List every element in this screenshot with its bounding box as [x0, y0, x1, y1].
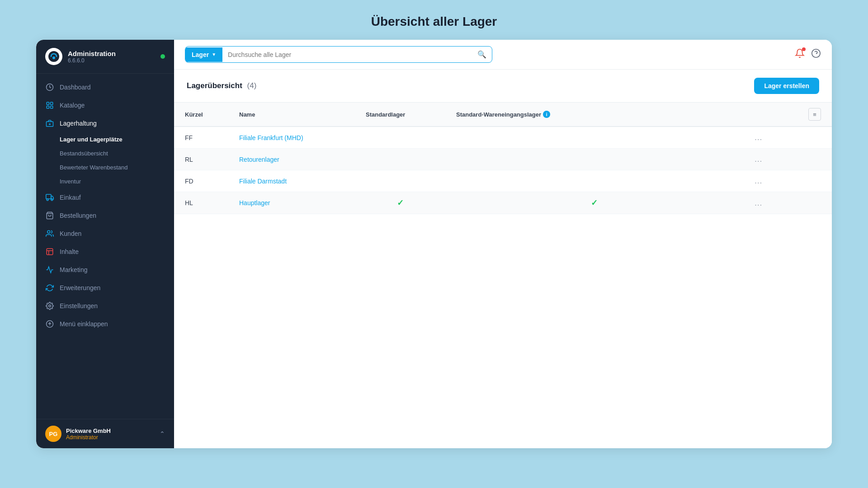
- cell-wareneingangslager: ✓: [445, 192, 743, 214]
- sidebar-footer: PG Pickware GmbH Administrator ⌃: [36, 419, 174, 448]
- column-filter-icon[interactable]: ≡: [808, 108, 821, 121]
- svg-rect-15: [47, 249, 53, 255]
- user-info: Pickware GmbH Administrator: [66, 427, 155, 441]
- help-button[interactable]: [811, 48, 821, 61]
- col-header-wareneingangslager: Standard-Wareneingangslager i: [445, 103, 743, 127]
- svg-point-11: [47, 199, 48, 201]
- sidebar-sub-warenbestand[interactable]: Bewerteter Warenbestand: [36, 160, 174, 174]
- sidebar-item-label: Einstellungen: [60, 302, 98, 310]
- svg-point-18: [49, 305, 51, 307]
- filter-button[interactable]: Lager ▼: [185, 47, 222, 62]
- table-row: FD Filiale Darmstadt …: [174, 170, 832, 192]
- table-body: FF Filiale Frankfurt (MHD) … RL Retouren…: [174, 127, 832, 214]
- sidebar-item-dashboard[interactable]: Dashboard: [36, 78, 174, 96]
- cell-actions: …: [743, 149, 832, 170]
- search-icon: 🔍: [477, 51, 486, 58]
- sidebar-item-marketing[interactable]: Marketing: [36, 261, 174, 279]
- clock-icon: [45, 83, 54, 92]
- bag-icon: [45, 211, 54, 220]
- sidebar-item-label: Erweiterungen: [60, 284, 100, 291]
- svg-rect-5: [47, 106, 49, 108]
- sidebar-sub-lager[interactable]: Lager und Lagerplätze: [36, 132, 174, 146]
- cell-wareneingangslager: [445, 127, 743, 149]
- table-header: Kürzel Name Standardlager Standard-Waren…: [174, 103, 832, 127]
- svg-rect-3: [47, 102, 49, 104]
- cell-wareneingangslager: [445, 170, 743, 192]
- filter-label: Lager: [192, 51, 209, 58]
- sidebar-header: Administration 6.6.6.0: [36, 40, 174, 74]
- sidebar-item-bestellungen[interactable]: Bestellungen: [36, 206, 174, 225]
- info-icon: i: [543, 111, 550, 118]
- user-name: Pickware GmbH: [66, 427, 155, 434]
- sidebar-item-label: Dashboard: [60, 84, 91, 91]
- user-collapse-btn[interactable]: ⌃: [160, 430, 165, 437]
- cell-standardlager: [355, 170, 445, 192]
- col-header-actions: ≡: [743, 103, 832, 127]
- page-title: Übersicht aller Lager: [371, 14, 497, 29]
- cell-name[interactable]: Filiale Frankfurt (MHD): [228, 127, 355, 149]
- settings-icon: [45, 301, 54, 310]
- sidebar-item-label: Kunden: [60, 230, 81, 237]
- check-icon: ✓: [397, 198, 404, 207]
- cell-actions: …: [743, 127, 832, 149]
- cell-name[interactable]: Filiale Darmstadt: [228, 170, 355, 192]
- sidebar-item-label: Einkauf: [60, 194, 81, 201]
- sidebar-item-kunden[interactable]: Kunden: [36, 225, 174, 243]
- svg-rect-4: [51, 102, 53, 104]
- table-header-row: Lagerübersicht (4) Lager erstellen: [174, 70, 832, 103]
- section-title: Lagerübersicht (4): [187, 81, 256, 90]
- extensions-icon: [45, 283, 54, 292]
- svg-point-14: [47, 230, 50, 233]
- svg-point-1: [52, 56, 55, 59]
- notification-badge: [802, 47, 806, 51]
- warehouse-icon: [45, 119, 54, 128]
- cell-standardlager: [355, 127, 445, 149]
- users-icon: [45, 229, 54, 238]
- cell-name[interactable]: Retourenlager: [228, 149, 355, 170]
- cell-kuerzel: FD: [174, 170, 228, 192]
- sidebar-sub-bestand[interactable]: Bestandsübersicht: [36, 146, 174, 160]
- truck-icon: [45, 193, 54, 202]
- table-area: Lagerübersicht (4) Lager erstellen Kürze…: [174, 70, 832, 448]
- data-table: Kürzel Name Standardlager Standard-Waren…: [174, 103, 832, 214]
- grid-icon: [45, 101, 54, 110]
- row-more-button[interactable]: …: [754, 198, 763, 208]
- sidebar-item-label: Inhalte: [60, 248, 79, 255]
- cell-name[interactable]: Hauptlager: [228, 192, 355, 214]
- sidebar-item-einstellungen[interactable]: Einstellungen: [36, 297, 174, 315]
- create-button[interactable]: Lager erstellen: [754, 78, 819, 94]
- sidebar-sub-inventur[interactable]: Inventur: [36, 174, 174, 188]
- cell-kuerzel: FF: [174, 127, 228, 149]
- row-more-button[interactable]: …: [754, 155, 763, 164]
- content-icon: [45, 247, 54, 256]
- sidebar-item-kataloge[interactable]: Kataloge: [36, 96, 174, 114]
- app-info: Administration 6.6.6.0: [68, 50, 155, 64]
- collapse-icon: [45, 319, 54, 328]
- svg-rect-6: [51, 106, 53, 108]
- sidebar-item-erweiterungen[interactable]: Erweiterungen: [36, 279, 174, 297]
- table-row: FF Filiale Frankfurt (MHD) …: [174, 127, 832, 149]
- topbar-actions: [795, 48, 821, 61]
- sidebar-item-label: Lagerhaltung: [60, 120, 97, 127]
- sidebar: Administration 6.6.6.0 Dashboard: [36, 40, 174, 448]
- col-header-kuerzel: Kürzel: [174, 103, 228, 127]
- cell-kuerzel: RL: [174, 149, 228, 170]
- table-row: HL Hauptlager ✓ ✓ …: [174, 192, 832, 214]
- app-logo: [45, 48, 62, 65]
- sidebar-item-collapse[interactable]: Menü einklappen: [36, 315, 174, 333]
- sidebar-item-label: Kataloge: [60, 102, 85, 109]
- notifications-button[interactable]: [795, 48, 805, 61]
- search-input[interactable]: [222, 47, 472, 62]
- marketing-icon: [45, 265, 54, 274]
- sidebar-item-inhalte[interactable]: Inhalte: [36, 243, 174, 261]
- row-more-button[interactable]: …: [754, 176, 763, 186]
- svg-point-12: [51, 199, 53, 201]
- search-button[interactable]: 🔍: [472, 47, 492, 62]
- sidebar-item-einkauf[interactable]: Einkauf: [36, 188, 174, 206]
- bell-icon: [795, 50, 805, 60]
- help-icon: [811, 50, 821, 60]
- row-more-button[interactable]: …: [754, 133, 763, 142]
- app-name: Administration: [68, 50, 155, 57]
- chevron-down-icon: ▼: [212, 52, 216, 57]
- sidebar-item-lagerhaltung[interactable]: Lagerhaltung: [36, 114, 174, 132]
